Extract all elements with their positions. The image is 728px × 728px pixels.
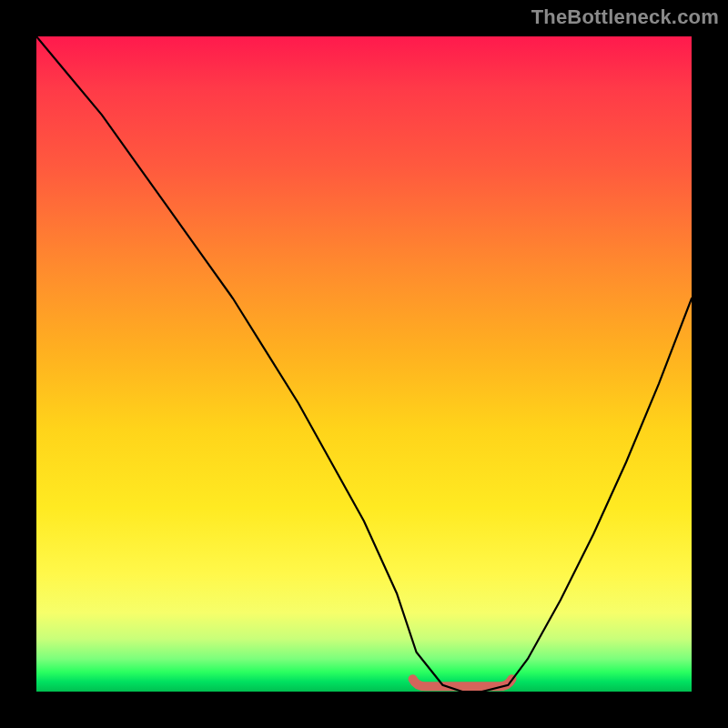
watermark-text: TheBottleneck.com (531, 5, 719, 29)
floor-marker (413, 679, 512, 686)
chart-frame: TheBottleneck.com (0, 0, 728, 728)
bottleneck-curve (36, 36, 692, 692)
plot-area (36, 36, 692, 692)
chart-svg (36, 36, 692, 692)
